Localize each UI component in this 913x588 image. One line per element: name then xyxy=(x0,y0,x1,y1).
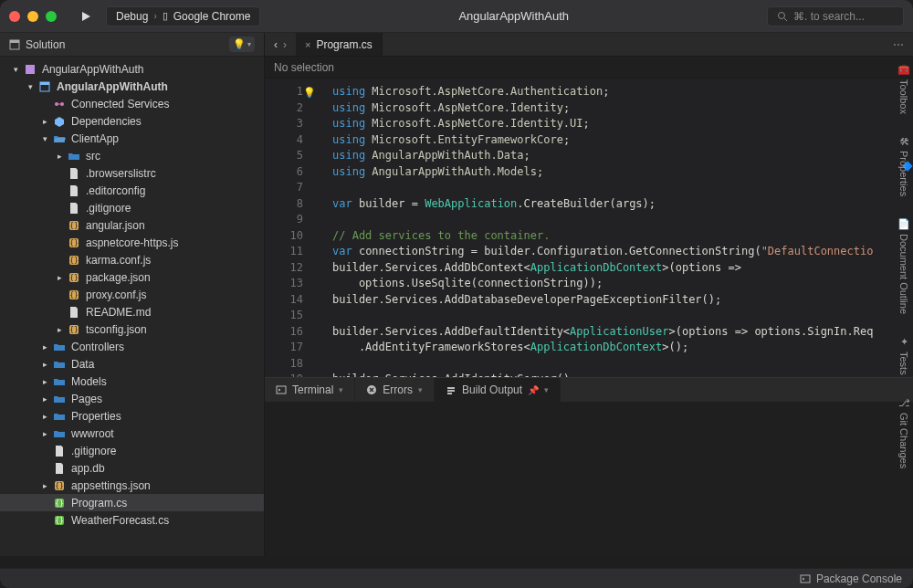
sidebar-title: Solution xyxy=(26,38,65,51)
dock-tab-tests[interactable]: ✦Tests xyxy=(897,329,911,383)
svg-text:{}: {} xyxy=(69,291,79,299)
chevron-down-icon[interactable]: ▾ xyxy=(418,385,423,394)
tree-item[interactable]: ▸README.md xyxy=(0,303,264,320)
tree-item[interactable]: ▸.editorconfig xyxy=(0,182,264,199)
panel-tab-errors[interactable]: Errors▾ xyxy=(355,378,435,402)
pin-icon[interactable]: 📌 xyxy=(528,385,539,395)
panel-tab-build-output[interactable]: Build Output📌▾ xyxy=(435,378,561,402)
tree-item[interactable]: ▸{}appsettings.json xyxy=(0,477,264,494)
disclosure-open-icon[interactable]: ▾ xyxy=(26,82,35,91)
code-line[interactable]: builder.Services.AddDbContext<Applicatio… xyxy=(332,260,913,277)
tree-item[interactable]: ▸{}package.json xyxy=(0,268,264,286)
tree-item[interactable]: ▸app.db xyxy=(0,459,264,477)
folder-icon xyxy=(53,358,68,371)
lightbulb-button[interactable]: 💡 ▾ xyxy=(229,37,255,52)
disclosure-closed-icon[interactable]: ▸ xyxy=(55,152,64,161)
disclosure-closed-icon[interactable]: ▸ xyxy=(40,377,49,386)
code-line[interactable]: using Microsoft.EntityFrameworkCore; xyxy=(332,132,913,149)
tree-item[interactable]: ▸Controllers xyxy=(0,338,264,355)
solution-tree[interactable]: ▾AngularAppWithAuth▾AngularAppWithAuth▸C… xyxy=(0,57,264,556)
tree-item[interactable]: ▸Connected Services xyxy=(0,95,264,112)
dock-tab-properties[interactable]: 🛠Properties xyxy=(897,129,911,204)
tree-item[interactable]: ▸Models xyxy=(0,373,264,390)
tree-item[interactable]: ▸{}angular.json xyxy=(0,216,264,234)
tree-item[interactable]: ▸.gitignore xyxy=(0,442,264,459)
disclosure-closed-icon[interactable]: ▸ xyxy=(40,342,49,352)
disclosure-closed-icon[interactable]: ▸ xyxy=(40,360,49,369)
tree-item[interactable]: ▾AngularAppWithAuth xyxy=(0,60,264,78)
disclosure-closed-icon[interactable]: ▸ xyxy=(40,429,49,438)
tree-item[interactable]: ▸{}aspnetcore-https.js xyxy=(0,234,264,251)
tree-item[interactable]: ▸.gitignore xyxy=(0,199,264,216)
editor-content[interactable]: using Microsoft.AspNetCore.Authenticatio… xyxy=(310,79,913,377)
code-line[interactable]: builder.Services.AddIdentityServer() xyxy=(332,372,913,377)
chevron-down-icon[interactable]: ▾ xyxy=(544,385,549,394)
tree-item[interactable]: ▸Dependencies xyxy=(0,112,264,130)
tree-item-label: .browserslistrc xyxy=(86,167,156,180)
disclosure-closed-icon[interactable]: ▸ xyxy=(40,394,49,404)
panel-tab-terminal[interactable]: Terminal▾ xyxy=(265,378,355,402)
code-line[interactable]: var builder = WebApplication.CreateBuild… xyxy=(332,196,913,213)
minimize-window-button[interactable] xyxy=(27,11,38,22)
folder-icon xyxy=(53,393,68,405)
code-line[interactable] xyxy=(332,308,913,324)
code-line[interactable]: using AngularAppWithAuth.Models; xyxy=(332,164,913,181)
tree-item[interactable]: ▸wwwroot xyxy=(0,425,264,442)
package-console-button[interactable]: Package Console xyxy=(800,572,902,585)
code-line[interactable] xyxy=(332,356,913,373)
run-config-selector[interactable]: Debug › ▯ Google Chrome xyxy=(106,6,260,26)
code-line[interactable] xyxy=(332,212,913,228)
dock-tab-document-outline[interactable]: 📄Document Outline xyxy=(896,211,912,321)
code-line[interactable]: // Add services to the container. xyxy=(332,228,913,245)
svg-text:{}: {} xyxy=(69,257,79,265)
tree-item[interactable]: ▸{}proxy.conf.js xyxy=(0,286,264,303)
code-editor[interactable]: 1💡2345678910111213141516171819 using Mic… xyxy=(265,79,913,377)
tree-item[interactable]: ▸Pages xyxy=(0,390,264,407)
run-button[interactable] xyxy=(73,11,99,22)
conn-icon xyxy=(53,98,68,110)
zoom-window-button[interactable] xyxy=(46,11,57,22)
global-search-input[interactable]: ⌘. to search... xyxy=(767,6,904,26)
tree-item[interactable]: ▸{}WeatherForecast.cs xyxy=(0,511,264,529)
tree-item[interactable]: ▸.browserslistrc xyxy=(0,164,264,182)
tree-item[interactable]: ▸{}Program.cs xyxy=(0,494,264,511)
code-line[interactable]: using Microsoft.AspNetCore.Authenticatio… xyxy=(332,84,913,100)
editor-breadcrumb[interactable]: No selection xyxy=(265,57,913,79)
tree-item[interactable]: ▸src xyxy=(0,147,264,164)
close-window-button[interactable] xyxy=(9,11,20,22)
code-line[interactable]: .AddEntityFrameworkStores<ApplicationDbC… xyxy=(332,340,913,356)
code-line[interactable] xyxy=(332,180,913,196)
code-line[interactable]: builder.Services.AddDefaultIdentity<Appl… xyxy=(332,324,913,341)
code-line[interactable]: using AngularAppWithAuth.Data; xyxy=(332,148,913,164)
tree-item-label: proxy.conf.js xyxy=(86,289,146,301)
tree-item[interactable]: ▸{}karma.conf.js xyxy=(0,251,264,268)
nav-forward-button[interactable]: › xyxy=(283,38,287,51)
disclosure-closed-icon[interactable]: ▸ xyxy=(55,325,64,334)
tab-overflow-button[interactable]: ⋯ xyxy=(884,33,913,56)
code-line[interactable]: using Microsoft.AspNetCore.Identity.UI; xyxy=(332,116,913,132)
disclosure-open-icon[interactable]: ▾ xyxy=(40,134,49,143)
tree-item[interactable]: ▸Properties xyxy=(0,407,264,425)
code-line[interactable]: builder.Services.AddDatabaseDeveloperPag… xyxy=(332,292,913,309)
code-line[interactable]: var connectionString = builder.Configura… xyxy=(332,244,913,260)
tree-item[interactable]: ▾AngularAppWithAuth xyxy=(0,78,264,95)
lightbulb-icon[interactable]: 💡 xyxy=(303,85,316,101)
disclosure-closed-icon[interactable]: ▸ xyxy=(40,412,49,421)
document-tab-program[interactable]: × Program.cs xyxy=(296,33,383,56)
code-line[interactable]: options.UseSqlite(connectionString)); xyxy=(332,276,913,292)
tree-item[interactable]: ▸Data xyxy=(0,355,264,373)
code-line[interactable]: using Microsoft.AspNetCore.Identity; xyxy=(332,100,913,117)
tree-item[interactable]: ▸{}tsconfig.json xyxy=(0,320,264,338)
disclosure-open-icon[interactable]: ▾ xyxy=(11,65,20,74)
close-tab-button[interactable]: × xyxy=(305,39,310,50)
disclosure-closed-icon[interactable]: ▸ xyxy=(40,117,49,126)
dock-tab-toolbox[interactable]: 🧰Toolbox xyxy=(896,57,912,121)
disclosure-closed-icon[interactable]: ▸ xyxy=(55,273,64,282)
cs-icon: {} xyxy=(53,514,68,527)
disclosure-closed-icon[interactable]: ▸ xyxy=(40,481,49,490)
dock-tab-git-changes[interactable]: ⎇Git Changes xyxy=(897,390,912,476)
tree-item[interactable]: ▾ClientApp xyxy=(0,130,264,147)
nav-back-button[interactable]: ‹ xyxy=(274,38,278,51)
document-tabs: ‹ › × Program.cs ⋯ xyxy=(265,33,913,57)
chevron-down-icon[interactable]: ▾ xyxy=(339,385,343,394)
